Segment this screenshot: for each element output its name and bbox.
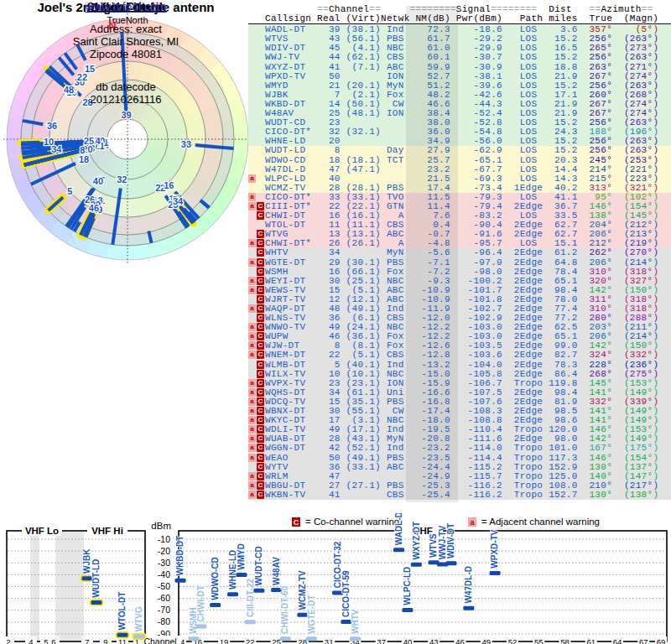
spectrum-station-label: WPXD-TV: [490, 529, 499, 568]
adjacent-channel-warning-badge: a: [248, 277, 256, 285]
co-channel-warning-badge: C: [257, 286, 264, 294]
spectrum-station-label: WTVS: [429, 533, 438, 558]
datecode-value: 201210261116: [0, 93, 252, 106]
channel-axis-label: Channel: [143, 636, 176, 644]
spectrum-station-label: CHWI-DT: [196, 585, 205, 621]
channel-tick-label: 6: [51, 637, 55, 644]
co-channel-warning-badge: C: [257, 370, 264, 378]
co-channel-warning-badge: C: [257, 332, 264, 340]
dbm-tick-label: -20: [158, 546, 170, 556]
channel-tick-label: 52: [508, 637, 518, 644]
spectrum-station-label: WTVG: [134, 606, 143, 631]
co-channel-warning-badge: C: [257, 481, 264, 490]
spectrum-bar: [175, 579, 186, 583]
spectrum-bar: [195, 625, 206, 629]
co-channel-warning-badge: C: [257, 314, 264, 322]
spectrum-station-label: WHTV: [351, 609, 360, 634]
co-channel-warning-badge: C: [257, 379, 264, 387]
channel-tick-label: 2: [6, 637, 10, 644]
tvfool-link[interactable]: www.tvfool.com: [85, 0, 166, 13]
radar-channel-label: 33: [181, 139, 191, 149]
adjacent-channel-warning-badge: a: [248, 491, 256, 499]
adjacent-channel-warning-badge: a: [248, 332, 256, 340]
adjacent-channel-warning-badge: a: [248, 286, 256, 294]
adjacent-channel-warning-badge: a: [248, 388, 256, 397]
adjacent-channel-warning-badge: a: [248, 341, 256, 350]
table-header-columns: Callsign Real (Virt)Netwk NM(dB) Pwr(dBm…: [265, 14, 671, 23]
spectrum-station-label: WUDT-CD: [254, 546, 263, 585]
co-channel-legend-text: = Co-channel warning: [305, 517, 399, 527]
adjacent-channel-warning-badge: a: [248, 323, 256, 331]
co-channel-warning-badge: C: [257, 454, 264, 462]
channel-tick-label: 4: [29, 637, 33, 644]
spectrum-station-label: WXYZ-DT: [412, 522, 421, 560]
channel-tick-label: 43: [429, 637, 439, 644]
spectrum-station-label: WUDT-LD: [91, 559, 101, 598]
spectrum-bar: [91, 600, 102, 605]
co-channel-warning-badge: C: [257, 361, 264, 369]
spectrum-station-label: WJBK: [82, 548, 91, 574]
spectrum-bar: [411, 563, 422, 567]
search-zip: Zipcode 48081: [0, 48, 252, 60]
dbm-axis-label: dBm: [151, 521, 171, 531]
spectrum-station-label: WMYD: [237, 543, 246, 570]
spectrum-bar: [188, 636, 199, 641]
co-channel-warning-badge: C: [257, 434, 264, 443]
search-city: Saint Clair Shores, MI: [0, 35, 252, 48]
table-row: aCWKBN-TV 41 CBS -25.4 -116.2 Tropo 152.…: [248, 491, 671, 500]
co-channel-warning-badge: C: [257, 248, 264, 257]
adjacent-channel-warning-badge: a: [248, 425, 256, 434]
radar-channel-label: 39: [121, 110, 131, 120]
spectrum-station-label: WKBD-DT: [175, 536, 185, 576]
spectrum-bar: [210, 603, 221, 607]
co-channel-warning-badge: C: [257, 341, 264, 350]
co-channel-warning-badge: C: [257, 239, 264, 247]
spectrum-bar: [253, 589, 264, 593]
spectrum-bar: [463, 606, 474, 610]
spectrum-station-label: W47DL-D: [464, 566, 473, 603]
co-channel-warning-badge: C: [257, 230, 264, 238]
co-channel-warning-badge: C: [257, 202, 264, 210]
channel-tick-label: 49: [481, 637, 491, 644]
co-channel-warning-badge: C: [257, 258, 264, 267]
spectrum-bar: [280, 636, 291, 641]
adjacent-channel-warning-badge: a: [248, 472, 256, 480]
dbm-tick-label: -50: [158, 581, 170, 591]
channel-tick-label: 69: [657, 637, 666, 644]
search-address-type: Address: exact: [0, 23, 252, 35]
radar-channel-label: 16: [164, 180, 174, 190]
radar-channel-label: 10: [44, 137, 54, 147]
adjacent-channel-warning-badge: a: [248, 379, 256, 387]
co-channel-warning-badge: C: [257, 416, 264, 424]
spectrum-station-label: CICO-DT-59: [341, 570, 351, 617]
co-channel-warning-badge: C: [257, 323, 264, 331]
co-channel-warning-badge: C: [257, 267, 264, 276]
spectrum-station-label: WHNE-LD: [228, 550, 237, 589]
radar-channel-label: 36: [47, 121, 57, 131]
spectrum-station-label: WGTE-DT: [307, 595, 316, 634]
radar-channel-label: 5: [67, 186, 72, 196]
co-channel-warning-badge: C: [257, 397, 264, 406]
co-channel-legend-symbol: C: [294, 518, 299, 527]
co-channel-warning-badge: C: [257, 407, 264, 415]
spectrum-station-label: WDIV-DT: [446, 523, 455, 558]
channel-tick-label: 40: [403, 637, 413, 644]
spectrum-station-label: CIII-DT-22: [246, 578, 255, 617]
vhf-hi-label: VHF Hi: [91, 526, 123, 536]
radar-channel-label: 18: [79, 154, 89, 164]
spectrum-bar: [402, 608, 413, 612]
spectrum-bar: [236, 573, 247, 577]
adjacent-channel-warning-badge: a: [248, 416, 256, 424]
adjacent-channel-warning-badge: a: [248, 258, 256, 267]
signal-table-header: ==Channel== ========Signal======== Dist …: [248, 5, 671, 24]
channel-spectrum-chart: C= Co-channel warninga= Adjacent channel…: [0, 513, 671, 644]
spectrum-station-label: CICO-DT-32: [333, 541, 342, 588]
channel-tick-label: 67: [639, 637, 648, 644]
search-criteria: Search Criteria Address: exact Saint Cla…: [0, 0, 252, 106]
spectrum-station-label: WLPC-LD: [403, 567, 412, 605]
adjacent-legend-text: = Adjacent channel warning: [481, 517, 600, 527]
channel-tick-label: 64: [613, 637, 622, 644]
dbm-tick-label: -70: [158, 605, 170, 615]
co-channel-warning-badge: C: [257, 463, 264, 471]
spectrum-station-label: WWJ-TV: [438, 525, 447, 559]
